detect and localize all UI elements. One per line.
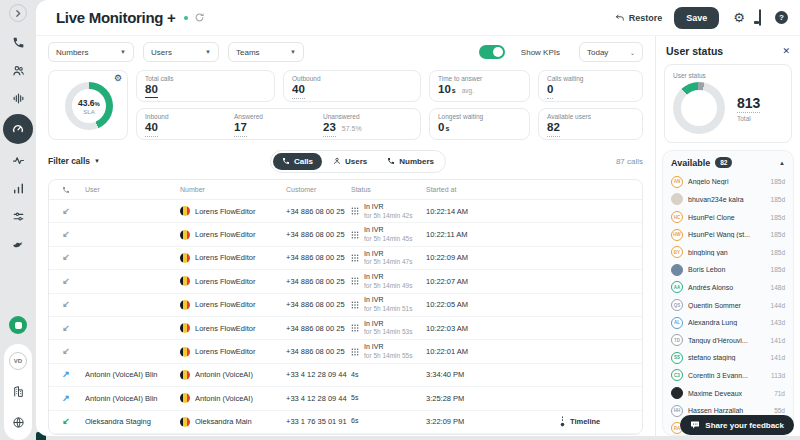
kpi-available-users[interactable]: Available users 82 [538, 108, 643, 140]
sidebar-item-teams[interactable] [8, 60, 28, 80]
kpi-longest-waiting[interactable]: Longest waiting 0s [429, 108, 530, 140]
list-item[interactable]: TD Tanguy d'Hérouvi... 141d [671, 331, 785, 349]
status-duration: 143d [771, 319, 785, 326]
number-cell: Lorens FlowEditor [178, 206, 284, 216]
table-row[interactable]: Antonin (VoiceAI) Blin Antonin (VoiceAI)… [49, 387, 642, 410]
restore-button[interactable]: Restore [615, 13, 663, 23]
undo-icon [615, 13, 625, 23]
sla-card: ⚙ 43.6% SLA [48, 70, 128, 140]
company-button[interactable] [8, 381, 28, 401]
collapse-caret-icon[interactable]: ▲ [779, 160, 785, 166]
globe-icon [12, 416, 25, 429]
sidebar-item-integrations[interactable] [8, 234, 28, 254]
sidebar-item-settings[interactable] [8, 206, 28, 226]
list-item[interactable]: bhuvan234e kalra 185d [671, 191, 785, 209]
list-item[interactable]: HW HsunPei Wang (st... 185d [671, 226, 785, 244]
status-duration: 185d [771, 231, 785, 238]
filter-calls-dropdown[interactable]: Filter calls▼ [48, 156, 100, 166]
expand-sidebar-button[interactable] [9, 4, 27, 22]
sidebar-item-live-monitoring[interactable] [5, 116, 31, 142]
kpi-total-calls[interactable]: Total calls 80 [136, 70, 275, 102]
number-cell: Lorens FlowEditor [178, 253, 284, 263]
show-kpis-label: Show KPIs [521, 48, 560, 57]
list-item[interactable]: AL Alexandra Lung 143d [671, 314, 785, 332]
kpi-inbound[interactable]: Inbound 40 [145, 112, 234, 137]
period-dropdown[interactable]: Today⌄ [579, 42, 643, 62]
belgium-flag-icon [180, 417, 190, 427]
list-item[interactable]: BY bingbing yan 185d [671, 243, 785, 261]
started-cell: 10:22:11 AM [424, 230, 519, 239]
list-item[interactable]: AA Andrés Alonso 148d [671, 279, 785, 297]
tab-calls[interactable]: Calls [273, 153, 322, 170]
status-cell: In IVR for 5h 14min 55s [349, 343, 424, 360]
sidebar-item-analytics[interactable] [8, 178, 28, 198]
list-item[interactable]: AN Angelo Negri 185d [671, 173, 785, 191]
table-row[interactable]: Lorens FlowEditor +34 886 08 00 25 In IV… [49, 200, 642, 223]
sidebar-item-recordings[interactable] [8, 88, 28, 108]
timeline-button[interactable]: Timeline [559, 416, 640, 427]
tab-users[interactable]: Users [324, 153, 376, 170]
table-row[interactable]: Lorens FlowEditor +34 886 08 00 25 In IV… [49, 294, 642, 317]
list-item[interactable]: QS Quentin Sommer 144d [671, 296, 785, 314]
number-cell: Lorens FlowEditor [178, 300, 284, 310]
feedback-button[interactable]: Share your feedback [680, 415, 794, 435]
tab-numbers[interactable]: Numbers [378, 153, 443, 170]
kpi-calls-waiting[interactable]: Calls waiting 0 [538, 70, 643, 102]
user-cell: Antonin (VoiceAI) Blin [83, 370, 178, 379]
table-row[interactable]: Oleksandra Staging Oleksandra Main +33 1… [49, 411, 642, 434]
list-item[interactable]: Maxime Deveaux 71d [671, 384, 785, 402]
kpi-time-to-answer[interactable]: Time to answer 10savg. [429, 70, 530, 102]
help-button[interactable]: ? [775, 11, 788, 24]
vd-avatar[interactable]: VD [9, 352, 27, 370]
user-cell: Antonin (VoiceAI) Blin [83, 394, 178, 403]
gear-icon[interactable]: ⚙ [114, 74, 122, 83]
kpi-outbound[interactable]: Outbound 40 [283, 70, 421, 102]
call-direction-icon [62, 207, 70, 216]
sidebar-item-activity[interactable] [8, 150, 28, 170]
status-cell: In IVR for 5h 14min 42s [349, 203, 424, 220]
phone-icon [282, 157, 290, 165]
col-status: Status [349, 186, 424, 193]
sidebar-item-calls[interactable] [8, 32, 28, 52]
timeline-icon [559, 416, 566, 427]
avatar: HH [671, 405, 683, 417]
customer-cell: +33 4 12 28 09 44 [284, 370, 349, 379]
avatar: HC [671, 211, 683, 223]
belgium-flag-icon [180, 393, 190, 403]
call-direction-icon [62, 370, 70, 379]
status-cell: In IVR for 5h 14min 53s [349, 320, 424, 337]
numbers-filter-dropdown[interactable]: Numbers▼ [48, 42, 134, 62]
started-cell: 10:22:05 AM [424, 300, 519, 309]
customer-cell: +34 886 08 00 25 [284, 207, 349, 216]
show-kpis-toggle[interactable] [479, 45, 505, 59]
table-row[interactable]: Lorens FlowEditor +34 886 08 00 25 In IV… [49, 270, 642, 293]
list-item[interactable]: SS stefano staging 141d [671, 349, 785, 367]
kpi-unanswered[interactable]: Unanswered 2357.5% [323, 112, 412, 137]
language-button[interactable] [8, 412, 28, 432]
avatar: C3 [671, 369, 683, 381]
users-filter-dropdown[interactable]: Users▼ [143, 42, 219, 62]
refresh-icon[interactable] [194, 12, 205, 23]
list-item[interactable]: Boris Lebon 185d [671, 261, 785, 279]
avatar: HW [671, 229, 683, 241]
close-icon[interactable]: ✕ [782, 46, 790, 56]
status-app-icon[interactable] [9, 316, 27, 334]
col-number: Number [178, 186, 284, 193]
save-button[interactable]: Save [674, 7, 719, 29]
ivr-grid-icon [351, 207, 359, 215]
kpi-answered[interactable]: Answered 17 [234, 112, 323, 137]
pip-button[interactable] [759, 11, 761, 24]
table-row[interactable]: Lorens FlowEditor +34 886 08 00 25 In IV… [49, 317, 642, 340]
list-item[interactable]: HC HsunPei Clone 185d [671, 208, 785, 226]
settings-gear-icon[interactable]: ⚙ [733, 11, 745, 24]
table-row[interactable]: Antonin (VoiceAI) Blin Antonin (VoiceAI)… [49, 364, 642, 387]
teams-filter-dropdown[interactable]: Teams▼ [228, 42, 304, 62]
list-item[interactable]: C3 Corentin 3 Evann... 113d [671, 367, 785, 385]
page-title: Live Monitoring + [56, 9, 176, 26]
table-row[interactable]: Lorens FlowEditor +34 886 08 00 25 In IV… [49, 247, 642, 270]
user-name: Alexandra Lung [688, 319, 766, 326]
status-cell: 4s [349, 371, 424, 380]
table-row[interactable]: Lorens FlowEditor +34 886 08 00 25 In IV… [49, 340, 642, 363]
table-row[interactable]: Lorens FlowEditor +34 886 08 00 25 In IV… [49, 223, 642, 246]
people-icon [12, 64, 25, 77]
